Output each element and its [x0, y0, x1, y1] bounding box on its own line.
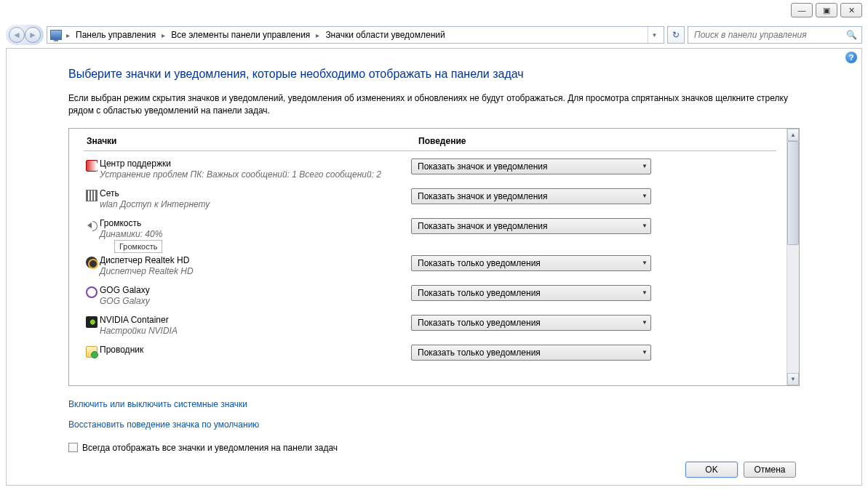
nav-buttons: ◄ ► — [6, 25, 44, 45]
item-subtitle: Диспетчер Realtek HD — [100, 266, 404, 276]
network-icon — [86, 190, 97, 201]
behavior-dropdown[interactable]: Показать значок и уведомления ▼ — [411, 158, 651, 174]
system-icons-link[interactable]: Включить или выключить системные значки — [68, 399, 247, 409]
item-subtitle: wlan Доступ к Интернету — [100, 199, 404, 209]
dropdown-value: Показать только уведомления — [418, 258, 541, 268]
address-bar[interactable]: ▸ Панель управления ▸ Все элементы панел… — [47, 26, 664, 44]
nvidia-icon — [86, 316, 97, 328]
minimize-button[interactable]: — — [791, 3, 813, 17]
behavior-dropdown[interactable]: Показать только уведомления ▼ — [411, 345, 651, 361]
behavior-dropdown[interactable]: Показать только уведомления ▼ — [411, 255, 651, 271]
tooltip: Громкость — [114, 240, 162, 253]
toolbar: ◄ ► ▸ Панель управления ▸ Все элементы п… — [6, 24, 862, 46]
list-item: NVIDIA Container Настройки NVIDIA Показа… — [84, 315, 776, 336]
back-button[interactable]: ◄ — [9, 27, 25, 43]
address-dropdown[interactable]: ▼ — [648, 27, 661, 43]
scroll-thumb[interactable] — [787, 141, 799, 246]
item-title: Громкость — [100, 218, 404, 228]
forward-button[interactable]: ► — [25, 27, 41, 43]
list-item: Центр поддержки Устранение проблем ПК: В… — [84, 158, 776, 180]
scroll-up-button[interactable]: ▲ — [787, 129, 799, 141]
item-subtitle: Устранение проблем ПК: Важных сообщений:… — [100, 169, 404, 180]
breadcrumb[interactable]: Значки области уведомлений — [324, 30, 446, 40]
list-item: Громкость Динамики: 40% Громкость Показа… — [84, 218, 776, 239]
item-title: GOG Galaxy — [100, 285, 404, 295]
chevron-down-icon: ▼ — [642, 349, 648, 356]
dropdown-value: Показать значок и уведомления — [418, 191, 548, 201]
window-controls: — ▣ ✕ — [791, 3, 862, 17]
content-frame: ? Выберите значки и уведомления, которые… — [6, 48, 862, 486]
explorer-icon — [86, 346, 97, 358]
behavior-dropdown[interactable]: Показать только уведомления ▼ — [411, 285, 651, 301]
breadcrumb[interactable]: Все элементы панели управления — [170, 30, 311, 40]
scroll-track[interactable] — [787, 141, 799, 373]
column-headers: Значки Поведение — [84, 133, 776, 151]
volume-icon — [86, 220, 97, 231]
list-item: Диспетчер Realtek HD Диспетчер Realtek H… — [84, 255, 776, 276]
dropdown-value: Показать только уведомления — [418, 348, 541, 358]
gog-icon — [86, 286, 97, 298]
icon-list-frame: Значки Поведение Центр поддержки Устране… — [68, 128, 800, 386]
behavior-dropdown[interactable]: Показать значок и уведомления ▼ — [411, 218, 651, 234]
cancel-button[interactable]: Отмена — [744, 462, 796, 478]
dropdown-value: Показать только уведомления — [418, 318, 541, 328]
close-button[interactable]: ✕ — [840, 3, 862, 17]
behavior-dropdown[interactable]: Показать значок и уведомления ▼ — [411, 188, 651, 204]
content: Выберите значки и уведомления, которые н… — [68, 63, 800, 453]
item-title: Диспетчер Realtek HD — [100, 255, 404, 265]
restore-defaults-link[interactable]: Восстановить поведение значка по умолчан… — [68, 419, 259, 430]
scroll-down-button[interactable]: ▼ — [787, 373, 799, 385]
chevron-down-icon: ▼ — [642, 319, 648, 326]
scrollbar[interactable]: ▲ ▼ — [787, 129, 799, 385]
behavior-dropdown[interactable]: Показать только уведомления ▼ — [411, 315, 651, 331]
always-show-label: Всегда отображать все значки и уведомлен… — [82, 443, 338, 453]
refresh-icon: ↻ — [672, 30, 680, 40]
column-header-behavior: Поведение — [418, 136, 776, 146]
item-title: Проводник — [100, 345, 404, 355]
realtek-icon — [86, 257, 97, 268]
dropdown-value: Показать только уведомления — [418, 288, 541, 298]
chevron-right-icon: ▸ — [65, 31, 71, 39]
ok-button[interactable]: OK — [685, 462, 738, 478]
breadcrumb[interactable]: Панель управления — [74, 30, 157, 40]
item-title: NVIDIA Container — [100, 315, 404, 325]
search-icon: 🔍 — [846, 30, 857, 40]
dropdown-value: Показать значок и уведомления — [418, 221, 548, 231]
links-area: Включить или выключить системные значки … — [68, 399, 800, 453]
page-description: Если выбран режим скрытия значков и увед… — [68, 92, 800, 118]
always-show-checkbox[interactable] — [68, 443, 78, 452]
help-button[interactable]: ? — [845, 52, 857, 63]
control-panel-icon — [50, 30, 62, 40]
chevron-right-icon: ▸ — [160, 31, 167, 39]
column-header-icons: Значки — [84, 136, 418, 146]
chevron-down-icon: ▼ — [642, 193, 648, 199]
item-title: Центр поддержки — [100, 158, 404, 169]
refresh-button[interactable]: ↻ — [667, 26, 685, 44]
item-title: Сеть — [100, 188, 404, 198]
chevron-down-icon: ▼ — [642, 222, 648, 229]
maximize-button[interactable]: ▣ — [816, 3, 837, 17]
chevron-down-icon: ▼ — [642, 163, 648, 169]
icon-list: Значки Поведение Центр поддержки Устране… — [69, 129, 787, 385]
page-title: Выберите значки и уведомления, которые н… — [68, 68, 800, 81]
item-subtitle: Настройки NVIDIA — [100, 326, 404, 336]
dropdown-value: Показать значок и уведомления — [418, 161, 548, 172]
chevron-down-icon: ▼ — [642, 260, 648, 266]
list-item: GOG Galaxy GOG Galaxy Показать только ув… — [84, 285, 776, 306]
search-input[interactable] — [693, 28, 846, 42]
chevron-down-icon: ▼ — [642, 289, 648, 296]
item-subtitle: GOG Galaxy — [100, 296, 404, 306]
list-item: Сеть wlan Доступ к Интернету Показать зн… — [84, 188, 776, 209]
search-box[interactable]: 🔍 — [688, 26, 862, 44]
list-item: Проводник Показать только уведомления ▼ — [84, 345, 776, 361]
flag-icon — [86, 160, 97, 172]
always-show-row: Всегда отображать все значки и уведомлен… — [68, 443, 800, 453]
item-subtitle: Динамики: 40% — [100, 229, 404, 239]
footer-buttons: OK Отмена — [685, 462, 796, 478]
chevron-right-icon: ▸ — [314, 31, 321, 39]
